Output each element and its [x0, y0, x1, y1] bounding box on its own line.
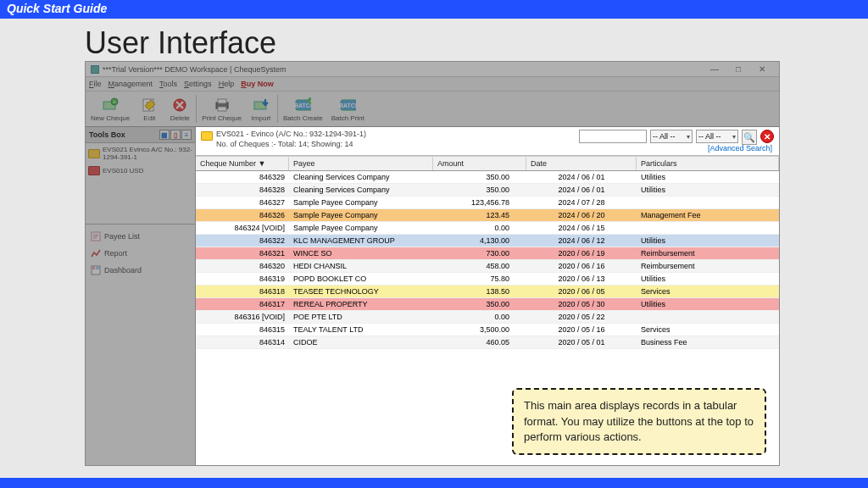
col-cheque-number[interactable]: Cheque Number ▼: [196, 157, 289, 170]
table-row[interactable]: 846317REREAL PROPERTY350.002020 / 05 / 3…: [196, 298, 779, 311]
cell-amount: 123,456.78: [433, 197, 526, 208]
folder-icon: [201, 131, 213, 141]
cell-payee: Cleaning Services Company: [289, 171, 433, 183]
cell-cheque-number: 846318: [196, 286, 289, 297]
menu-buy-now[interactable]: Buy Now: [241, 80, 274, 88]
filter-1-select[interactable]: -- All --: [650, 130, 693, 143]
nav-report[interactable]: Report: [86, 245, 195, 262]
edit-icon: [141, 97, 158, 114]
menu-file[interactable]: File: [89, 80, 102, 88]
print-label: Print Cheque: [202, 114, 242, 122]
cell-cheque-number: 846324 [VOID]: [196, 222, 289, 234]
menu-tools[interactable]: Tools: [159, 80, 177, 88]
batch-create-label: Batch Create: [283, 114, 323, 122]
print-icon: [214, 97, 231, 114]
window-title: ***Trial Version*** DEMO Workspace | Che…: [103, 65, 286, 74]
cell-cheque-number: 846326: [196, 209, 289, 221]
guide-title-bar: Quick Start Guide: [0, 0, 868, 19]
cell-date: 2024 / 06 / 20: [526, 209, 637, 221]
svg-rect-17: [92, 267, 95, 269]
cell-payee: TEASEE TECHNOLOGY: [289, 286, 433, 297]
table-row[interactable]: 846319POPD BOOKLET CO75.802020 / 06 / 13…: [196, 273, 779, 286]
bottom-bar: [0, 478, 868, 488]
table-row[interactable]: 846318TEASEE TECHNOLOGY138.502020 / 06 /…: [196, 286, 779, 298]
account-summary-line1: EVS021 - Evinco (A/C No.: 932-1294-391-1…: [216, 130, 366, 140]
cell-payee: HEDI CHANSIL: [289, 260, 433, 272]
search-input[interactable]: [579, 130, 647, 143]
minimize-button[interactable]: —: [703, 64, 726, 74]
table-row[interactable]: 846327Sample Payee Company123,456.782024…: [196, 197, 779, 209]
advanced-search-link[interactable]: [Advanced Search]: [708, 144, 772, 152]
view-tree-button[interactable]: ≡: [181, 130, 192, 140]
table-row[interactable]: 846314CIDOE460.052020 / 05 / 01Business …: [196, 336, 779, 349]
view-thumb-button[interactable]: ▦: [159, 130, 170, 140]
cell-date: 2020 / 05 / 30: [526, 298, 637, 310]
nav-dashboard[interactable]: Dashboard: [86, 262, 195, 279]
new-cheque-icon: +: [102, 97, 119, 114]
new-cheque-button[interactable]: + New Cheque: [86, 92, 134, 125]
cell-particulars: Services: [637, 324, 779, 336]
table-row[interactable]: 846326Sample Payee Company123.452024 / 0…: [196, 209, 779, 222]
cell-cheque-number: 846322: [196, 235, 289, 247]
filter-2-select[interactable]: -- All --: [696, 130, 738, 143]
cell-payee: Sample Payee Company: [289, 197, 433, 208]
svg-text:+: +: [309, 98, 311, 104]
import-button[interactable]: Import: [246, 92, 276, 125]
cell-amount: 350.00: [433, 184, 526, 196]
cell-cheque-number: 846319: [196, 273, 289, 285]
batch-print-icon: BATCH: [339, 97, 356, 114]
cell-amount: 3,500.00: [433, 324, 526, 336]
cell-cheque-number: 846316 [VOID]: [196, 311, 289, 323]
cell-particulars: Utilities: [637, 298, 779, 310]
menu-help[interactable]: Help: [219, 80, 235, 88]
edit-button[interactable]: Edit: [134, 92, 164, 125]
maximize-button[interactable]: □: [726, 64, 750, 74]
account-item-evs021[interactable]: EVS021 Evinco A/C No.: 932-1294-391-1: [86, 143, 195, 164]
clear-search-button[interactable]: ✕: [760, 130, 774, 143]
batch-create-icon: BATCH+: [294, 97, 311, 114]
nav-payee-label: Payee List: [104, 232, 140, 241]
col-amount[interactable]: Amount: [433, 157, 526, 170]
report-icon: [91, 248, 101, 258]
toolbar: + New Cheque Edit Delete Print Cheque Im…: [86, 92, 779, 127]
cell-payee: Sample Payee Company: [289, 209, 433, 221]
search-bar: EVS021 - Evinco (A/C No.: 932-1294-391-1…: [196, 127, 779, 156]
col-particulars[interactable]: Particulars: [637, 157, 779, 170]
cell-date: 2024 / 06 / 15: [526, 222, 637, 234]
menu-management[interactable]: Management: [108, 80, 153, 88]
batch-print-button[interactable]: BATCH Batch Print: [327, 92, 369, 125]
table-row[interactable]: 846322KLC MANAGEMENT GROUP4,130.002024 /…: [196, 235, 779, 247]
col-payee[interactable]: Payee: [289, 157, 433, 170]
table-row[interactable]: 846328Cleaning Services Company350.00202…: [196, 184, 779, 197]
batch-create-button[interactable]: BATCH+ Batch Create: [279, 92, 327, 125]
app-window: ***Trial Version*** DEMO Workspace | Che…: [85, 61, 780, 466]
view-list-button[interactable]: ▯: [170, 130, 181, 140]
table-row[interactable]: 846321WINCE SO730.002020 / 06 / 19Reimbu…: [196, 247, 779, 260]
cell-amount: 458.00: [433, 260, 526, 272]
table-row[interactable]: 846315TEALY TALENT LTD3,500.002020 / 05 …: [196, 324, 779, 336]
close-button[interactable]: ✕: [750, 64, 774, 74]
menu-settings[interactable]: Settings: [184, 80, 212, 88]
cell-particulars: [637, 222, 779, 234]
delete-button[interactable]: Delete: [164, 92, 195, 125]
left-panel: Tools Box ▦ ▯ ≡ EVS021 Evinco A/C No.: 9…: [86, 127, 196, 465]
delete-icon: [171, 97, 188, 114]
import-label: Import: [252, 114, 271, 122]
table-row[interactable]: 846324 [VOID]Sample Payee Company0.00202…: [196, 222, 779, 235]
svg-rect-8: [254, 102, 266, 109]
nav-payee-list[interactable]: Payee List: [86, 228, 195, 245]
cell-amount: 4,130.00: [433, 235, 526, 247]
col-date[interactable]: Date: [526, 157, 637, 170]
table-row[interactable]: 846329Cleaning Services Company350.00202…: [196, 171, 779, 184]
svg-text:BATCH: BATCH: [339, 103, 356, 108]
table-row[interactable]: 846316 [VOID]POE PTE LTD0.002020 / 05 / …: [196, 311, 779, 324]
print-cheque-button[interactable]: Print Cheque: [198, 92, 246, 125]
account-item-evs010[interactable]: EVS010 USD: [86, 164, 195, 178]
cell-amount: 350.00: [433, 298, 526, 310]
cell-payee: TEALY TALENT LTD: [289, 324, 433, 336]
table-row[interactable]: 846320HEDI CHANSIL458.002020 / 06 / 16Re…: [196, 260, 779, 273]
tools-box-title: Tools Box: [89, 130, 125, 139]
cell-amount: 75.80: [433, 273, 526, 285]
search-button[interactable]: 🔍: [742, 130, 757, 145]
table-header: Cheque Number ▼ Payee Amount Date Partic…: [196, 156, 779, 171]
